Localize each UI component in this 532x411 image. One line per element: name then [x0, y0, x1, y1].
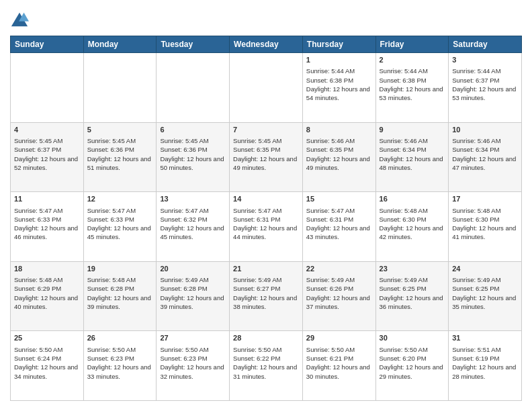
- daylight: Daylight: 12 hours and 42 minutes.: [380, 224, 443, 240]
- calendar-week-1: 1 Sunrise: 5:44 AM Sunset: 6:38 PM Dayli…: [11, 53, 522, 123]
- cell-content: 20 Sunrise: 5:49 AM Sunset: 6:28 PM Dayl…: [160, 264, 226, 312]
- day-header-thursday: Thursday: [302, 36, 375, 53]
- daylight: Daylight: 12 hours and 45 minutes.: [160, 224, 224, 240]
- sunset: Sunset: 6:34 PM: [380, 146, 427, 153]
- sunrise: Sunrise: 5:50 AM: [380, 346, 428, 353]
- sunrise: Sunrise: 5:45 AM: [87, 137, 136, 144]
- cell-content: 7 Sunrise: 5:45 AM Sunset: 6:35 PM Dayli…: [233, 125, 299, 173]
- sunrise: Sunrise: 5:47 AM: [306, 207, 355, 214]
- sunset: Sunset: 6:20 PM: [380, 355, 427, 362]
- sunset: Sunset: 6:36 PM: [160, 146, 207, 153]
- calendar-cell: 7 Sunrise: 5:45 AM Sunset: 6:35 PM Dayli…: [230, 122, 303, 192]
- sunrise: Sunrise: 5:45 AM: [233, 137, 281, 144]
- sunrise: Sunrise: 5:48 AM: [14, 276, 62, 283]
- day-number: 13: [160, 194, 226, 204]
- day-number: 27: [160, 333, 226, 343]
- calendar-cell: 16 Sunrise: 5:48 AM Sunset: 6:30 PM Dayl…: [375, 192, 449, 262]
- day-header-saturday: Saturday: [449, 36, 522, 53]
- calendar-cell: 3 Sunrise: 5:44 AM Sunset: 6:37 PM Dayli…: [449, 53, 522, 123]
- day-number: 7: [233, 125, 299, 135]
- day-number: 20: [160, 264, 226, 274]
- day-number: 3: [452, 55, 518, 65]
- calendar-cell: 27 Sunrise: 5:50 AM Sunset: 6:23 PM Dayl…: [157, 331, 230, 401]
- sunset: Sunset: 6:36 PM: [87, 146, 134, 153]
- daylight: Daylight: 12 hours and 51 minutes.: [87, 155, 151, 171]
- day-number: 23: [380, 264, 445, 274]
- daylight: Daylight: 12 hours and 43 minutes.: [306, 224, 370, 240]
- sunset: Sunset: 6:32 PM: [160, 216, 207, 223]
- calendar-cell: [83, 53, 157, 123]
- daylight: Daylight: 12 hours and 44 minutes.: [233, 224, 297, 240]
- day-number: 11: [14, 194, 80, 204]
- sunrise: Sunrise: 5:50 AM: [87, 346, 136, 353]
- cell-content: 30 Sunrise: 5:50 AM Sunset: 6:20 PM Dayl…: [380, 333, 445, 381]
- sunset: Sunset: 6:25 PM: [452, 285, 499, 292]
- day-number: 26: [87, 333, 153, 343]
- sunset: Sunset: 6:30 PM: [452, 216, 499, 223]
- sunset: Sunset: 6:26 PM: [306, 285, 353, 292]
- day-number: 12: [87, 194, 153, 204]
- day-number: 25: [14, 333, 80, 343]
- day-number: 21: [233, 264, 299, 274]
- daylight: Daylight: 12 hours and 33 minutes.: [87, 363, 151, 379]
- cell-content: 21 Sunrise: 5:49 AM Sunset: 6:27 PM Dayl…: [233, 264, 299, 312]
- day-header-tuesday: Tuesday: [157, 36, 230, 53]
- calendar-cell: 25 Sunrise: 5:50 AM Sunset: 6:24 PM Dayl…: [11, 331, 84, 401]
- calendar-cell: 24 Sunrise: 5:49 AM Sunset: 6:25 PM Dayl…: [449, 261, 522, 331]
- page: SundayMondayTuesdayWednesdayThursdayFrid…: [0, 0, 532, 411]
- sunrise: Sunrise: 5:49 AM: [160, 276, 208, 283]
- cell-content: 31 Sunrise: 5:51 AM Sunset: 6:19 PM Dayl…: [452, 333, 518, 381]
- cell-content: 6 Sunrise: 5:45 AM Sunset: 6:36 PM Dayli…: [160, 125, 226, 173]
- cell-content: 18 Sunrise: 5:48 AM Sunset: 6:29 PM Dayl…: [14, 264, 80, 312]
- cell-content: 25 Sunrise: 5:50 AM Sunset: 6:24 PM Dayl…: [14, 333, 80, 381]
- daylight: Daylight: 12 hours and 38 minutes.: [233, 294, 297, 310]
- day-number: 18: [14, 264, 80, 274]
- cell-content: 2 Sunrise: 5:44 AM Sunset: 6:38 PM Dayli…: [380, 55, 445, 103]
- calendar-cell: 21 Sunrise: 5:49 AM Sunset: 6:27 PM Dayl…: [230, 261, 303, 331]
- daylight: Daylight: 12 hours and 53 minutes.: [380, 85, 443, 101]
- sunset: Sunset: 6:35 PM: [306, 146, 353, 153]
- cell-content: 9 Sunrise: 5:46 AM Sunset: 6:34 PM Dayli…: [380, 125, 445, 173]
- daylight: Daylight: 12 hours and 30 minutes.: [306, 363, 370, 379]
- sunrise: Sunrise: 5:48 AM: [380, 207, 428, 214]
- daylight: Daylight: 12 hours and 52 minutes.: [14, 155, 78, 171]
- sunset: Sunset: 6:23 PM: [160, 355, 207, 362]
- header: [10, 10, 522, 29]
- day-number: 29: [306, 333, 372, 343]
- sunset: Sunset: 6:24 PM: [14, 355, 61, 362]
- cell-content: 5 Sunrise: 5:45 AM Sunset: 6:36 PM Dayli…: [87, 125, 153, 173]
- daylight: Daylight: 12 hours and 53 minutes.: [452, 85, 516, 101]
- cell-content: 28 Sunrise: 5:50 AM Sunset: 6:22 PM Dayl…: [233, 333, 299, 381]
- sunrise: Sunrise: 5:48 AM: [452, 207, 500, 214]
- calendar-header-row: SundayMondayTuesdayWednesdayThursdayFrid…: [11, 36, 522, 53]
- sunset: Sunset: 6:37 PM: [452, 77, 499, 84]
- calendar-cell: 2 Sunrise: 5:44 AM Sunset: 6:38 PM Dayli…: [375, 53, 449, 123]
- calendar-week-5: 25 Sunrise: 5:50 AM Sunset: 6:24 PM Dayl…: [11, 331, 522, 401]
- sunset: Sunset: 6:29 PM: [14, 285, 61, 292]
- day-number: 9: [380, 125, 445, 135]
- day-header-wednesday: Wednesday: [230, 36, 303, 53]
- calendar-cell: 10 Sunrise: 5:46 AM Sunset: 6:34 PM Dayl…: [449, 122, 522, 192]
- sunset: Sunset: 6:38 PM: [306, 77, 353, 84]
- daylight: Daylight: 12 hours and 41 minutes.: [452, 224, 516, 240]
- calendar-cell: 23 Sunrise: 5:49 AM Sunset: 6:25 PM Dayl…: [375, 261, 449, 331]
- cell-content: 29 Sunrise: 5:50 AM Sunset: 6:21 PM Dayl…: [306, 333, 372, 381]
- daylight: Daylight: 12 hours and 34 minutes.: [14, 363, 78, 379]
- day-number: 4: [14, 125, 80, 135]
- daylight: Daylight: 12 hours and 28 minutes.: [452, 363, 516, 379]
- sunset: Sunset: 6:27 PM: [233, 285, 280, 292]
- cell-content: 13 Sunrise: 5:47 AM Sunset: 6:32 PM Dayl…: [160, 194, 226, 242]
- daylight: Daylight: 12 hours and 39 minutes.: [160, 294, 224, 310]
- calendar-cell: 19 Sunrise: 5:48 AM Sunset: 6:28 PM Dayl…: [83, 261, 157, 331]
- sunset: Sunset: 6:25 PM: [380, 285, 427, 292]
- sunset: Sunset: 6:21 PM: [306, 355, 353, 362]
- cell-content: 14 Sunrise: 5:47 AM Sunset: 6:31 PM Dayl…: [233, 194, 299, 242]
- day-number: 2: [380, 55, 445, 65]
- sunrise: Sunrise: 5:50 AM: [160, 346, 208, 353]
- calendar-cell: 11 Sunrise: 5:47 AM Sunset: 6:33 PM Dayl…: [11, 192, 84, 262]
- calendar-cell: 8 Sunrise: 5:46 AM Sunset: 6:35 PM Dayli…: [302, 122, 375, 192]
- cell-content: 10 Sunrise: 5:46 AM Sunset: 6:34 PM Dayl…: [452, 125, 518, 173]
- day-header-monday: Monday: [83, 36, 157, 53]
- calendar-cell: [230, 53, 303, 123]
- sunrise: Sunrise: 5:49 AM: [380, 276, 428, 283]
